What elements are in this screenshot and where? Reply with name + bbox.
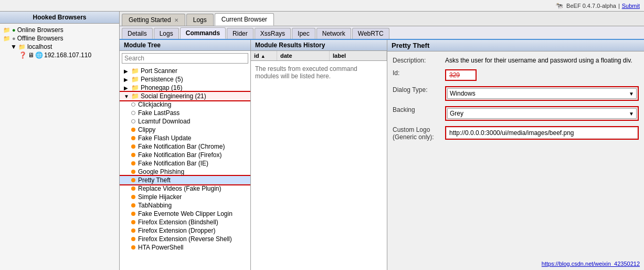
clippy-label: Clippy (138, 126, 155, 133)
dropdown-arrow-backing: ▼ (629, 111, 634, 117)
bullet-tabnabbing (131, 203, 135, 207)
collapse-arrow: ▼ (10, 43, 17, 50)
tree-node-fake-flash[interactable]: Fake Flash Update (120, 134, 250, 142)
tree-node-hta-powershell[interactable]: HTA PowerShell (120, 243, 250, 252)
replace-videos-label: Replace Videos (Fake Plugin) (138, 185, 221, 192)
fake-flash-label: Fake Flash Update (138, 134, 191, 142)
pretty-theft-label: Pretty Theft (138, 176, 171, 184)
google-phishing-label: Google Phishing (138, 168, 184, 175)
tree-node-fnb-chrome[interactable]: Fake Notification Bar (Chrome) (120, 142, 250, 151)
tab-bar-top: Getting Started ✕ Logs Current Browser (120, 12, 644, 26)
separator: | (618, 3, 620, 9)
firefox-dropper-label: Firefox Extension (Dropper) (138, 227, 215, 234)
sidebar-tree: 📁 ● Online Browsers 📁 ● Offline Browsers… (0, 24, 119, 270)
sidebar-item-offline-browsers[interactable]: 📁 ● Offline Browsers (2, 34, 117, 43)
tree-node-persistence[interactable]: ▶ 📁 Persistence (5) (120, 75, 250, 84)
expand-icon-p: ▶ (124, 77, 131, 82)
tree-node-simple-hijacker[interactable]: Simple Hijacker (120, 193, 250, 201)
main-area: Getting Started ✕ Logs Current Browser D… (120, 12, 644, 270)
tab-ipec[interactable]: Ipec (292, 28, 315, 39)
module-results-panel: Module Results History id ▲ date label T… (251, 40, 387, 270)
dialog-type-value: Windows ▼ (445, 86, 639, 101)
tree-node-fake-evernote[interactable]: Fake Evernote Web Clipper Login (120, 210, 250, 218)
tab-getting-started[interactable]: Getting Started ✕ (122, 14, 185, 26)
tree-node-google-phishing[interactable]: Google Phishing (120, 168, 250, 176)
search-input[interactable] (122, 53, 248, 64)
custom-logo-input[interactable] (447, 128, 637, 138)
tab-current-browser[interactable]: Current Browser (215, 13, 274, 26)
getting-started-close[interactable]: ✕ (174, 17, 178, 23)
tab-logs2[interactable]: Logs (154, 28, 179, 39)
expand-icon-ph: ▶ (124, 85, 131, 91)
online-indicator: ● (12, 27, 16, 33)
description-row: Description: Asks the user for their use… (393, 57, 639, 64)
tab-commands[interactable]: Commands (180, 27, 226, 39)
bullet-fnb-chrome (131, 144, 135, 149)
version-text: BeEF 0.4.7.0-alpha (566, 3, 616, 9)
tree-node-fnb-ie[interactable]: Fake Notification Bar (IE) (120, 159, 250, 168)
tree-node-replace-videos[interactable]: Replace Videos (Fake Plugin) (120, 184, 250, 193)
tree-node-firefox-bindshell[interactable]: Firefox Extension (Bindshell) (120, 218, 250, 226)
tree-node-clippy[interactable]: Clippy (120, 126, 250, 134)
sidebar-item-ip[interactable]: ❓ 🖥 🌐 192.168.107.110 (2, 51, 117, 59)
tab-logs[interactable]: Logs (186, 14, 214, 26)
custom-logo-row: Custom Logo (Generic only): (393, 126, 639, 141)
tree-node-phonegap[interactable]: ▶ 📁 Phonegap (16) (120, 84, 250, 92)
tree-node-clickjacking[interactable]: Clickjacking (120, 100, 250, 109)
dropdown-arrow-dialog: ▼ (629, 91, 634, 97)
tree-node-fnb-firefox[interactable]: Fake Notification Bar (Firefox) (120, 151, 250, 159)
tree-node-tabnabbing[interactable]: TabNabbing (120, 201, 250, 210)
firefox-reverse-label: Firefox Extension (Reverse Shell) (138, 235, 232, 243)
clickjacking-label: Clickjacking (138, 101, 171, 108)
col-date: date (277, 51, 330, 60)
fake-lastpass-label: Fake LastPass (138, 109, 180, 117)
module-tree-header: Module Tree (120, 40, 250, 51)
tree-node-social-engineering[interactable]: ▼ 📁 Social Engineering (21) (120, 92, 250, 100)
tab-xssrays[interactable]: XssRays (255, 28, 291, 39)
bullet-hta-powershell (131, 245, 135, 250)
folder-icon: 📁 (3, 27, 10, 34)
dialog-type-label: Dialog Type: (393, 86, 445, 94)
phonegap-label: Phonegap (16) (141, 84, 182, 91)
tab-rider[interactable]: Rider (227, 28, 254, 39)
tree-node-firefox-reverse[interactable]: Firefox Extension (Reverse Shell) (120, 235, 250, 243)
dialog-type-select-box: Windows ▼ (445, 86, 639, 101)
lcamtuf-label: Lcamtuf Download (138, 118, 190, 125)
localhost-folder-icon: 📁 (18, 44, 26, 50)
monitor-icon: 🖥 (28, 51, 34, 59)
description-label: Description: (393, 57, 445, 64)
submit-link[interactable]: Submit (622, 3, 640, 9)
bullet-firefox-bindshell (131, 220, 135, 224)
fnb-chrome-label: Fake Notification Bar (Chrome) (138, 143, 225, 150)
tab-webrtc[interactable]: WebRTC (352, 28, 389, 39)
bullet-fnb-ie (131, 161, 135, 165)
id-label: Id: (393, 69, 445, 77)
content-area: Module Tree ▶ 📁 Port Scanner ▶ 📁 Persist… (120, 40, 644, 270)
tab-network[interactable]: Network (316, 28, 351, 39)
dialog-type-dropdown[interactable]: Windows ▼ (447, 88, 637, 99)
backing-dropdown[interactable]: Grey ▼ (447, 108, 637, 119)
tree-node-lcamtuf[interactable]: Lcamtuf Download (120, 117, 250, 126)
tree-node-fake-lastpass[interactable]: Fake LastPass (120, 109, 250, 117)
bullet-fake-flash (131, 136, 135, 140)
col-label: label (330, 51, 387, 60)
getting-started-label: Getting Started (129, 16, 171, 24)
fnb-ie-label: Fake Notification Bar (IE) (138, 160, 208, 167)
tab-details[interactable]: Details (122, 28, 153, 39)
folder-icon-2: 📁 (3, 35, 10, 42)
expand-icon: ▶ (124, 68, 131, 74)
tree-node-firefox-dropper[interactable]: Firefox Extension (Dropper) (120, 226, 250, 235)
top-bar: 🐄 BeEF 0.4.7.0-alpha | Submit (0, 0, 644, 12)
sort-icon: ▲ (261, 54, 266, 59)
hta-powershell-label: HTA PowerShell (138, 244, 183, 251)
tree-node-pretty-theft[interactable]: Pretty Theft (120, 176, 250, 184)
tree-node-port-scanner[interactable]: ▶ 📁 Port Scanner (120, 67, 250, 75)
beef-logo: 🐄 (555, 2, 563, 9)
bullet-fake-evernote (131, 212, 135, 216)
network-icon: 🌐 (35, 51, 43, 59)
sidebar-item-online-browsers[interactable]: 📁 ● Online Browsers (2, 26, 117, 34)
persistence-label: Persistence (5) (141, 76, 183, 83)
logs-label: Logs (193, 16, 207, 24)
sidebar-item-localhost[interactable]: ▼ 📁 localhost (2, 43, 117, 51)
backing-select-box: Grey ▼ (445, 106, 639, 121)
